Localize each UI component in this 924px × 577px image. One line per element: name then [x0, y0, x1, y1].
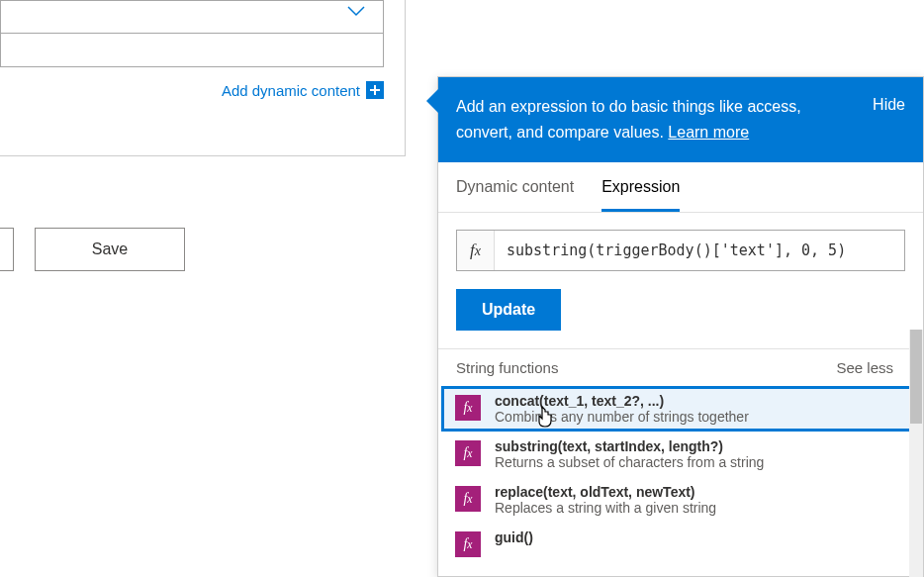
fx-icon: fx	[457, 231, 495, 270]
function-item[interactable]: fxreplace(text, oldText, newText)Replace…	[441, 477, 913, 523]
chevron-down-icon[interactable]	[346, 3, 366, 24]
left-panel: Add dynamic content Save	[0, 0, 406, 577]
expression-panel: Add an expression to do basic things lik…	[437, 76, 924, 577]
plus-icon	[366, 81, 384, 99]
panel-header-text: Add an expression to do basic things lik…	[456, 94, 853, 144]
tab-expression[interactable]: Expression	[601, 162, 680, 212]
hide-link[interactable]: Hide	[873, 96, 905, 114]
function-desc: Replaces a string with a given string	[495, 500, 903, 516]
function-text: replace(text, oldText, newText)Replaces …	[495, 484, 903, 516]
function-item[interactable]: fxguid()	[441, 523, 913, 564]
function-text: concat(text_1, text_2?, ...)Combines any…	[495, 393, 903, 425]
panel-divider-right	[405, 0, 406, 156]
update-button[interactable]: Update	[456, 289, 561, 331]
function-text: substring(text, startIndex, length?)Retu…	[495, 438, 903, 470]
tab-dynamic-content[interactable]: Dynamic content	[456, 162, 574, 212]
section-title: String functions	[456, 359, 558, 376]
panel-header-desc: Add an expression to do basic things lik…	[456, 98, 801, 141]
function-desc: Returns a subset of characters from a st…	[495, 454, 903, 470]
add-dynamic-content-label: Add dynamic content	[222, 82, 360, 99]
function-title: guid()	[495, 529, 903, 545]
scrollbar-thumb[interactable]	[910, 330, 922, 424]
fx-icon: fx	[455, 531, 481, 557]
fx-icon: fx	[455, 440, 481, 466]
callout-arrow-icon	[426, 89, 438, 113]
function-list: fxconcat(text_1, text_2?, ...)Combines a…	[438, 386, 923, 564]
save-button[interactable]: Save	[35, 228, 185, 271]
text-input-field[interactable]	[0, 33, 384, 67]
section-header: String functions See less	[438, 349, 923, 386]
learn-more-link[interactable]: Learn more	[668, 124, 749, 141]
fx-icon: fx	[455, 486, 481, 512]
add-dynamic-content-link[interactable]: Add dynamic content	[222, 81, 384, 99]
function-item[interactable]: fxconcat(text_1, text_2?, ...)Combines a…	[441, 386, 913, 432]
function-text: guid()	[495, 529, 903, 545]
function-title: substring(text, startIndex, length?)	[495, 438, 903, 454]
dropdown-field[interactable]	[0, 0, 384, 35]
panel-divider	[0, 155, 406, 156]
function-title: concat(text_1, text_2?, ...)	[495, 393, 903, 409]
see-less-link[interactable]: See less	[836, 359, 893, 376]
function-item[interactable]: fxsubstring(text, startIndex, length?)Re…	[441, 432, 913, 477]
function-desc: Combines any number of strings together	[495, 409, 903, 425]
fx-icon: fx	[455, 395, 481, 421]
tabs: Dynamic content Expression	[438, 162, 923, 213]
prev-button-fragment[interactable]	[0, 228, 14, 271]
expression-input-row: fx	[456, 230, 905, 271]
function-title: replace(text, oldText, newText)	[495, 484, 903, 500]
panel-header: Add an expression to do basic things lik…	[438, 77, 923, 162]
expression-input[interactable]	[495, 231, 904, 270]
